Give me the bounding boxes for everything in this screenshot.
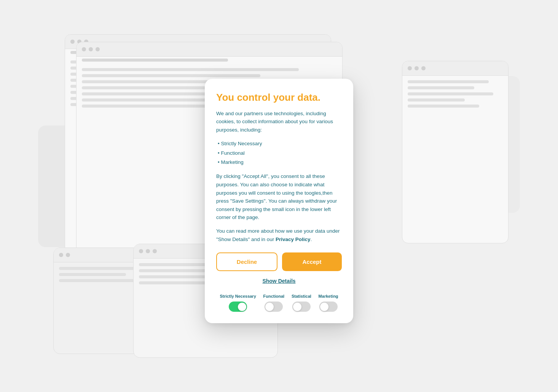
toggle-knob [265, 303, 274, 311]
dialog-body-accept: By clicking "Accept All", you consent to… [216, 172, 342, 222]
content-line [82, 68, 299, 71]
decline-button[interactable]: Decline [216, 252, 277, 271]
content-line [408, 80, 489, 83]
browser-dot [139, 249, 143, 253]
toggle-strictly-necessary: Strictly Necessary [220, 294, 256, 312]
content-line [408, 86, 474, 89]
privacy-policy-link[interactable]: Privacy Policy [276, 236, 311, 242]
toggle-marketing-switch[interactable] [319, 302, 338, 312]
dialog-title: You control your data. [216, 92, 342, 103]
list-item-statistical: Functional [218, 149, 342, 158]
content-line [59, 273, 126, 276]
dialog-body-privacy: You can read more about how we use your … [216, 227, 342, 243]
dialog-intro: We and our partners use technologies, in… [216, 110, 342, 134]
toggle-statistical-switch[interactable] [292, 302, 311, 312]
toggle-knob [238, 303, 246, 311]
show-details-link[interactable]: Show Details [216, 278, 342, 284]
background-browser-right [402, 61, 509, 243]
browser-dot [89, 47, 93, 51]
dialog-body-privacy-suffix: . [310, 236, 312, 242]
cookie-consent-dialog: You control your data. We and our partne… [205, 79, 353, 324]
browser-dot [66, 253, 70, 257]
content-line [408, 105, 479, 108]
toggle-strictly-necessary-switch[interactable] [229, 302, 247, 312]
toggle-functional: Functional [263, 294, 285, 312]
toggle-statistical-label: Statistical [292, 294, 311, 298]
toggle-marketing-label: Marketing [319, 294, 338, 298]
browser-dot [421, 66, 426, 70]
accept-button[interactable]: Accept [282, 252, 342, 271]
browser-dot [146, 249, 150, 253]
browser-chrome-right [402, 61, 508, 76]
browser-dot [415, 66, 419, 70]
dialog-list: Strictly Necessary Functional Marketing [216, 140, 342, 167]
browser-dot [96, 47, 100, 51]
toggle-knob [293, 303, 301, 311]
toggle-strictly-necessary-label: Strictly Necessary [220, 294, 256, 298]
browser-dot [59, 253, 63, 257]
toggle-marketing: Marketing [319, 294, 338, 312]
browser-dot [70, 40, 75, 44]
browser-address-bar [82, 59, 228, 62]
content-line [408, 98, 465, 102]
browser-chrome-2 [77, 42, 342, 57]
browser-dot [408, 66, 412, 70]
content-line [408, 92, 493, 95]
browser-dot [82, 47, 86, 51]
toggle-functional-switch[interactable] [265, 302, 283, 312]
content-line [59, 267, 141, 270]
browser-content-right [402, 76, 508, 115]
toggle-knob [320, 303, 328, 311]
list-item-marketing: Marketing [218, 158, 342, 167]
browser-dot [153, 249, 157, 253]
dialog-buttons: Decline Accept [216, 252, 342, 271]
toggle-functional-label: Functional [263, 294, 285, 298]
toggle-statistical: Statistical [292, 294, 311, 312]
list-item-functional: Strictly Necessary [218, 140, 342, 149]
content-line [82, 74, 260, 77]
toggles-section: Strictly Necessary Functional Statistica… [216, 292, 342, 312]
